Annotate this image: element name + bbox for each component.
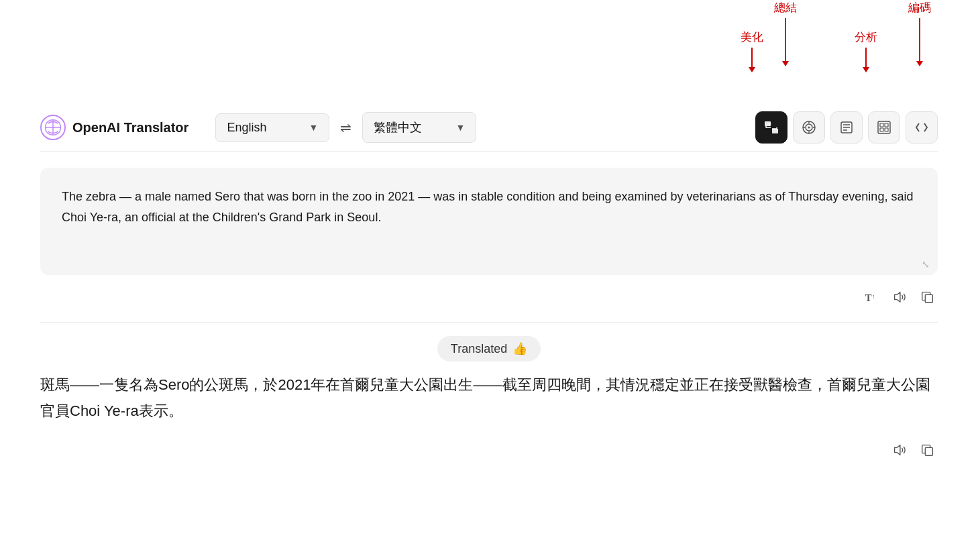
svg-marker-26 [895, 445, 900, 455]
app-header: OpenAI Translator English ▼ ⇌ 繁體中文 ▼ A中 [0, 104, 978, 151]
header-divider [40, 151, 938, 152]
translation-text: 斑馬——一隻名為Sero的公斑馬，於2021年在首爾兒童大公園出生——截至周四晚… [40, 372, 938, 424]
translation-output-area: 斑馬——一隻名為Sero的公斑馬，於2021年在首爾兒童大公園出生——截至周四晚… [40, 372, 938, 424]
translation-speaker-icon [892, 443, 907, 457]
translate-icon: A中 [763, 119, 779, 135]
source-action-bar: T ↑ [40, 282, 938, 317]
encode-annotation-label: 編碼 [908, 0, 931, 15]
svg-rect-18 [880, 123, 883, 127]
dictionary-icon: T ↑ [864, 290, 879, 304]
svg-rect-25 [925, 294, 932, 302]
source-input-area[interactable]: The zebra — a male named Sero that was b… [40, 168, 938, 275]
encode-tool-button[interactable] [906, 111, 938, 144]
svg-rect-19 [885, 123, 888, 127]
summarize-annotation-label: 總結 [774, 0, 797, 15]
beautify-icon [801, 119, 817, 135]
analyze-icon [876, 119, 892, 135]
svg-text:A中: A中 [765, 122, 771, 126]
translation-copy-button[interactable] [918, 440, 938, 464]
source-lang-label: English [227, 121, 266, 135]
translation-action-bar [40, 435, 938, 469]
svg-rect-20 [880, 128, 883, 131]
toolbar: A中 [755, 111, 938, 144]
translation-tts-button[interactable] [889, 440, 910, 464]
logo-area: OpenAI Translator [40, 115, 188, 140]
translated-badge-row: Translated 👍 [0, 336, 978, 361]
beautify-tool-button[interactable] [793, 111, 825, 144]
svg-rect-27 [925, 447, 932, 455]
app-title: OpenAI Translator [72, 120, 188, 135]
source-lang-selector[interactable]: English ▼ [215, 113, 329, 142]
analyze-annotation-label: 分析 [855, 30, 877, 45]
speaker-icon [892, 290, 907, 304]
summarize-icon [838, 119, 855, 135]
target-lang-chevron-icon: ▼ [456, 122, 466, 133]
translation-copy-icon [920, 443, 935, 457]
translated-badge: Translated 👍 [437, 336, 541, 361]
source-dictionary-button[interactable]: T ↑ [861, 287, 881, 311]
source-copy-button[interactable] [918, 287, 938, 311]
analyze-tool-button[interactable] [868, 111, 900, 144]
beautify-annotation-label: 美化 [741, 30, 763, 45]
svg-text:↑: ↑ [872, 293, 875, 300]
target-lang-selector[interactable]: 繁體中文 ▼ [362, 112, 476, 143]
translated-badge-text: Translated [451, 342, 507, 356]
translate-tool-button[interactable]: A中 [755, 111, 787, 144]
openai-logo-icon [40, 115, 66, 140]
svg-text:T: T [865, 292, 872, 303]
svg-marker-24 [895, 292, 900, 302]
svg-rect-21 [885, 128, 888, 131]
resize-handle-icon[interactable]: ⤡ [922, 259, 930, 270]
summarize-tool-button[interactable] [830, 111, 863, 144]
swap-icon: ⇌ [340, 119, 351, 135]
target-lang-label: 繁體中文 [374, 119, 422, 135]
svg-point-8 [808, 127, 810, 129]
source-lang-chevron-icon: ▼ [309, 122, 319, 133]
translation-divider [40, 322, 938, 323]
thumbs-up-icon: 👍 [512, 341, 527, 356]
copy-icon [920, 290, 935, 304]
source-text: The zebra — a male named Sero that was b… [62, 186, 916, 227]
source-tts-button[interactable] [889, 287, 910, 311]
svg-rect-4 [772, 129, 778, 133]
swap-languages-button[interactable]: ⇌ [340, 119, 351, 135]
encode-icon [914, 119, 930, 135]
